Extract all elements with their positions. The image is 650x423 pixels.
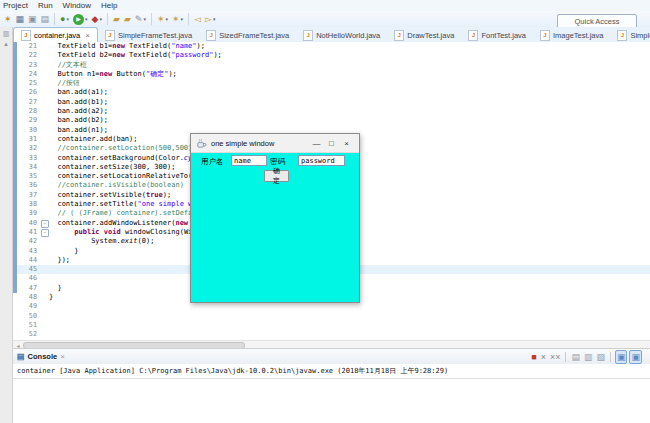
last-edit-location-icon[interactable]: ✶▾ bbox=[156, 12, 169, 26]
confirm-button[interactable]: 确定 bbox=[264, 170, 289, 182]
line-number[interactable]: 47 bbox=[17, 284, 40, 293]
annotate-icon[interactable]: ✎▾ bbox=[134, 12, 147, 26]
remove-launch-icon[interactable]: × bbox=[540, 351, 547, 363]
print-icon[interactable]: ▤ bbox=[40, 12, 51, 26]
maximize-icon[interactable]: □ bbox=[324, 135, 339, 152]
forward-icon[interactable]: ▻▾ bbox=[204, 12, 216, 26]
chevron-up-icon[interactable]: ▴ bbox=[4, 40, 8, 48]
fold-column[interactable]: − bbox=[40, 219, 49, 228]
code-text[interactable]: ban.add(a2); bbox=[49, 107, 650, 116]
code-text[interactable]: //按钮 bbox=[49, 79, 650, 88]
line-number[interactable]: 34 bbox=[17, 163, 40, 172]
menu-project[interactable]: Project bbox=[3, 1, 28, 10]
back-icon[interactable]: ◅ bbox=[193, 12, 202, 26]
remove-all-launches-icon[interactable]: ×× bbox=[549, 351, 562, 363]
line-number[interactable]: 52 bbox=[17, 330, 40, 339]
debug-icon[interactable]: ●▾ bbox=[59, 12, 70, 26]
tab-SizedFrameTest.java[interactable]: JSizedFrameTest.java bbox=[199, 28, 296, 42]
code-text[interactable] bbox=[49, 321, 650, 330]
tab-close-icon[interactable]: × bbox=[85, 31, 90, 40]
line-number[interactable]: 21 bbox=[17, 42, 40, 51]
console-body[interactable]: container [Java Application] C:\Program … bbox=[13, 364, 650, 423]
username-field[interactable] bbox=[231, 155, 267, 166]
dropdown-arrow-icon[interactable]: ▾ bbox=[165, 16, 168, 22]
line-number[interactable]: 27 bbox=[17, 98, 40, 107]
restore-view-icon[interactable]: ▥ bbox=[3, 30, 10, 38]
code-text[interactable] bbox=[49, 302, 650, 311]
tab-SimpleFrameTest.java[interactable]: JSimpleFrameTest.java bbox=[610, 28, 650, 42]
line-number[interactable]: 40 bbox=[17, 219, 40, 228]
code-text[interactable]: //文本框 bbox=[49, 61, 650, 70]
tab-ImageTest.java[interactable]: JImageTest.java bbox=[533, 28, 610, 42]
run-icon[interactable]: ▶▾ bbox=[72, 12, 89, 26]
menu-run[interactable]: Run bbox=[38, 1, 53, 10]
line-number[interactable]: 22 bbox=[17, 51, 40, 60]
open-console-icon[interactable]: ▣ bbox=[629, 350, 642, 364]
line-number[interactable]: 44 bbox=[17, 256, 40, 265]
line-number[interactable]: 23 bbox=[17, 61, 40, 70]
open-folder-icon[interactable]: ▰ bbox=[112, 12, 121, 26]
line-number[interactable]: 45 bbox=[17, 265, 40, 274]
line-number[interactable]: 51 bbox=[17, 321, 40, 330]
minimize-icon[interactable]: — bbox=[309, 135, 324, 152]
line-number[interactable]: 50 bbox=[17, 312, 40, 321]
next-annotation-icon[interactable]: ✶▾ bbox=[171, 12, 184, 26]
import-folder-icon[interactable]: ▰ bbox=[123, 12, 132, 26]
dropdown-arrow-icon[interactable]: ▾ bbox=[181, 16, 184, 22]
collapse-icon[interactable]: − bbox=[41, 220, 49, 228]
fold-column[interactable]: − bbox=[40, 228, 49, 237]
line-number[interactable]: 24 bbox=[17, 70, 40, 79]
menu-help[interactable]: Help bbox=[101, 1, 117, 10]
save-icon[interactable]: ▦ bbox=[15, 12, 26, 26]
new-wizard-icon[interactable]: ✶ bbox=[3, 12, 13, 26]
line-number[interactable]: 42 bbox=[17, 237, 40, 246]
line-number[interactable]: 29 bbox=[17, 116, 40, 125]
terminate-icon[interactable]: ■ bbox=[530, 351, 537, 363]
pin-console-icon[interactable]: ▣ bbox=[615, 350, 628, 364]
line-number[interactable]: 33 bbox=[17, 154, 40, 163]
collapse-icon[interactable]: − bbox=[41, 229, 49, 237]
line-number[interactable]: 30 bbox=[17, 126, 40, 135]
dropdown-arrow-icon[interactable]: ▾ bbox=[143, 16, 146, 22]
console-close-icon[interactable]: × bbox=[60, 352, 65, 361]
line-number[interactable]: 37 bbox=[17, 191, 40, 200]
tab-FontTest.java[interactable]: JFontTest.java bbox=[461, 28, 533, 42]
save-all-icon[interactable]: ▣ bbox=[27, 12, 38, 26]
close-icon[interactable]: × bbox=[339, 135, 354, 152]
external-tools-icon[interactable]: ◆▾ bbox=[91, 12, 103, 26]
tab-SimpleFrameTest.java[interactable]: JSimpleFrameTest.java bbox=[98, 28, 199, 42]
tab-container.java[interactable]: Jcontainer.java× bbox=[13, 27, 98, 42]
clear-console-icon[interactable]: ▤ bbox=[570, 351, 581, 363]
dropdown-arrow-icon[interactable]: ▾ bbox=[99, 16, 102, 22]
code-text[interactable]: TextField b2=new TextField("password"); bbox=[49, 51, 650, 60]
code-text[interactable]: TextField b1=new TextField("name"); bbox=[49, 42, 650, 51]
line-number[interactable]: 49 bbox=[17, 302, 40, 311]
line-number[interactable]: 46 bbox=[17, 274, 40, 283]
line-number[interactable]: 28 bbox=[17, 107, 40, 116]
line-number[interactable]: 43 bbox=[17, 247, 40, 256]
line-number[interactable]: 48 bbox=[17, 293, 40, 302]
code-text[interactable]: ban.add(b2); bbox=[49, 116, 650, 125]
line-number[interactable]: 36 bbox=[17, 181, 40, 190]
dropdown-arrow-icon[interactable]: ▾ bbox=[67, 16, 70, 22]
word-wrap-icon[interactable]: ▧ bbox=[595, 351, 606, 363]
code-text[interactable]: Button n1=new Button("确定"); bbox=[49, 70, 650, 79]
line-number[interactable]: 25 bbox=[17, 79, 40, 88]
code-text[interactable]: ban.add(b1); bbox=[49, 98, 650, 107]
menu-window[interactable]: Window bbox=[63, 1, 91, 10]
line-number[interactable]: 38 bbox=[17, 200, 40, 209]
line-number[interactable]: 41 bbox=[17, 228, 40, 237]
password-field[interactable] bbox=[298, 155, 345, 166]
scroll-lock-icon[interactable]: ▥ bbox=[583, 351, 594, 363]
dropdown-arrow-icon[interactable]: ▾ bbox=[85, 16, 88, 22]
line-number[interactable]: 26 bbox=[17, 88, 40, 97]
tab-DrawTest.java[interactable]: JDrawTest.java bbox=[387, 28, 461, 42]
code-text[interactable] bbox=[49, 330, 650, 339]
awt-titlebar[interactable]: one simple window — □ × bbox=[191, 134, 359, 153]
awt-window[interactable]: one simple window — □ × 用户名 密码 确定 bbox=[190, 133, 360, 303]
line-number[interactable]: 39 bbox=[17, 209, 40, 218]
tab-console[interactable]: ▤ Console × bbox=[17, 352, 65, 361]
tab-NotHelloWorld.java[interactable]: JNotHelloWorld.java bbox=[296, 28, 387, 42]
line-number[interactable]: 35 bbox=[17, 172, 40, 181]
code-text[interactable] bbox=[49, 312, 650, 321]
